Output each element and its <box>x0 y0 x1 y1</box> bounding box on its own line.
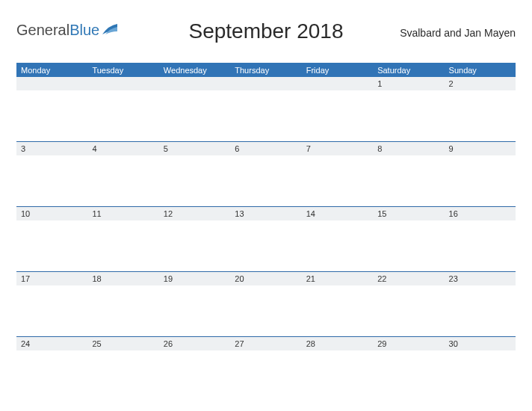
day-number-strip: 1 2 <box>16 77 516 90</box>
week-row: 3 4 5 6 7 8 9 <box>16 142 516 207</box>
dow-sunday: Sunday <box>445 64 516 77</box>
day-number: 21 <box>302 272 373 285</box>
calendar-page: GeneralBlue September 2018 Svalbard and … <box>0 0 532 401</box>
dow-thursday: Thursday <box>230 64 301 77</box>
day-number: 19 <box>159 272 230 285</box>
day-number <box>230 77 301 90</box>
calendar-weeks: 1 2 3 4 5 6 7 8 9 10 <box>16 77 516 401</box>
day-number: 3 <box>16 142 87 155</box>
dow-wednesday: Wednesday <box>159 64 230 77</box>
dow-monday: Monday <box>16 64 87 77</box>
day-number: 4 <box>87 142 158 155</box>
week-body <box>16 155 516 206</box>
day-number: 16 <box>445 207 516 220</box>
day-number <box>87 77 158 90</box>
week-body <box>16 350 516 401</box>
day-number: 17 <box>16 272 87 285</box>
day-number: 6 <box>230 142 301 155</box>
day-number: 8 <box>373 142 444 155</box>
dow-friday: Friday <box>302 64 373 77</box>
day-number: 12 <box>159 207 230 220</box>
day-number: 5 <box>159 142 230 155</box>
day-of-week-header: Monday Tuesday Wednesday Thursday Friday… <box>16 63 516 77</box>
week-row: 24 25 26 27 28 29 30 <box>16 337 516 401</box>
header: GeneralBlue September 2018 Svalbard and … <box>16 16 516 58</box>
day-number: 27 <box>230 337 301 350</box>
day-number: 22 <box>373 272 444 285</box>
day-number: 23 <box>445 272 516 285</box>
week-body <box>16 90 516 141</box>
region-label: Svalbard and Jan Mayen <box>400 27 516 39</box>
day-number <box>159 77 230 90</box>
day-number: 14 <box>302 207 373 220</box>
day-number: 7 <box>302 142 373 155</box>
week-row: 10 11 12 13 14 15 16 <box>16 207 516 272</box>
day-number <box>16 77 87 90</box>
day-number: 11 <box>87 207 158 220</box>
day-number-strip: 24 25 26 27 28 29 30 <box>16 337 516 350</box>
day-number-strip: 17 18 19 20 21 22 23 <box>16 272 516 285</box>
day-number: 2 <box>445 77 516 90</box>
dow-saturday: Saturday <box>373 64 444 77</box>
week-row: 1 2 <box>16 77 516 142</box>
week-body <box>16 220 516 271</box>
day-number: 24 <box>16 337 87 350</box>
dow-tuesday: Tuesday <box>87 64 158 77</box>
week-body <box>16 285 516 336</box>
day-number: 30 <box>445 337 516 350</box>
calendar: Monday Tuesday Wednesday Thursday Friday… <box>16 63 516 401</box>
week-row: 17 18 19 20 21 22 23 <box>16 272 516 337</box>
day-number: 20 <box>230 272 301 285</box>
day-number: 26 <box>159 337 230 350</box>
day-number <box>302 77 373 90</box>
day-number-strip: 10 11 12 13 14 15 16 <box>16 207 516 220</box>
day-number: 9 <box>445 142 516 155</box>
day-number: 13 <box>230 207 301 220</box>
day-number: 18 <box>87 272 158 285</box>
day-number: 1 <box>373 77 444 90</box>
day-number: 15 <box>373 207 444 220</box>
day-number: 28 <box>302 337 373 350</box>
day-number: 29 <box>373 337 444 350</box>
day-number: 25 <box>87 337 158 350</box>
day-number-strip: 3 4 5 6 7 8 9 <box>16 142 516 155</box>
day-number: 10 <box>16 207 87 220</box>
